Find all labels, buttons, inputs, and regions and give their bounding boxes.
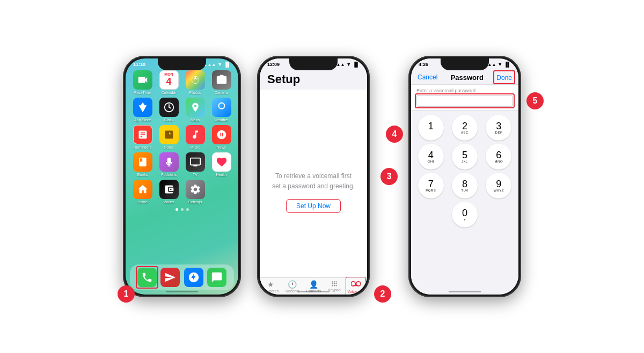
key-9[interactable]: 9 WXYZ [486,173,511,198]
password-input-area: Enter a voicemail password [411,85,518,111]
svg-rect-13 [353,285,358,286]
app-icon-settings [186,180,205,199]
home-indicator-2 [297,291,330,292]
app-reminders[interactable]: Reminders [131,125,154,149]
step-badge-2: 2 [374,285,391,303]
setup-content: To retrieve a voicemail first set a pass… [260,90,367,295]
app-label-facetime: FaceTime [134,91,151,94]
key-5[interactable]: 5 JKL [452,144,478,170]
dock-icon-safari[interactable] [184,268,203,287]
key-6[interactable]: 6 MNO [486,144,511,170]
key-sub-6: MNO [495,160,503,163]
app-label-camera: Camera [215,91,228,94]
app-photos[interactable]: Photos [184,70,207,94]
password-hint: Enter a voicemail password [416,88,513,93]
dock-phone[interactable] [137,268,157,287]
tab-label-favorites: Favorites [263,289,279,293]
app-music[interactable]: Music [184,125,207,149]
nav-done[interactable]: Done [496,74,512,82]
tab-favorites[interactable]: ★ Favorites [263,280,279,293]
app-tv[interactable]: TV [184,152,207,176]
key-3[interactable]: 3 DEF [486,115,511,141]
app-podcasts[interactable]: Podcasts [157,152,180,176]
app-icon-camera [212,70,231,90]
app-icon-tv [186,152,205,172]
app-appstore[interactable]: App Store [131,98,154,122]
favorites-icon: ★ [267,280,274,289]
notch-1 [158,58,206,70]
app-icon-calendar: MON 4 [159,70,179,90]
tab-label-voicemail: Voicemail [348,290,364,293]
key-8[interactable]: 8 TUV [452,173,478,198]
key-sub-0: + [464,218,466,221]
app-news[interactable]: News [210,125,233,149]
svg-point-8 [332,285,333,286]
app-settings[interactable]: Settings [184,180,207,204]
battery-icon-3: ▐▌ [504,62,511,67]
tab-voicemail[interactable]: Voicemail [348,280,364,293]
step-badge-1: 1 [118,285,135,303]
key-4[interactable]: 4 GHI [418,144,444,170]
numpad-grid: 1 2 ABC 3 DEF [415,115,514,227]
voicemail-icon [351,280,361,288]
app-label-wallet: Wallet [164,200,174,204]
notch-2 [289,58,338,70]
app-label-settings: Settings [188,200,202,204]
app-camera[interactable]: Camera [210,70,233,94]
phone-3-wrapper: 4:26 ▲▲▲ ▼ ▐▌ Cancel Password Done [408,56,521,297]
app-label-calendar: Calendar [161,91,176,94]
nav-title: Password [451,73,484,82]
app-icon-podcasts [159,152,179,172]
step-badge-3: 3 [380,168,398,185]
app-icon-books [133,152,152,172]
key-num-6: 6 [496,150,501,160]
password-field-wrap [416,95,513,107]
key-num-4: 4 [428,150,434,160]
key-1[interactable]: 1 [418,115,444,141]
app-health[interactable]: Health [210,152,233,176]
nav-cancel[interactable]: Cancel [418,73,437,81]
dock-icon-spark[interactable] [160,268,180,287]
dot-1 [175,208,178,211]
app-maps[interactable]: Maps [184,98,207,122]
svg-point-9 [334,285,335,286]
key-0[interactable]: 0 + [452,202,478,227]
phone-2-frame: 12:09 ▲▲▲ ▼ ▐▌ Setup To retrieve a voice… [257,56,370,297]
app-label-tv: TV [193,173,197,176]
app-label-photos: Photos [189,91,201,94]
phone-2-wrapper: 2 12:09 ▲▲▲ ▼ ▐▌ Setup [257,56,370,297]
page-dots [126,208,238,211]
key-7[interactable]: 7 PQRS [418,173,444,198]
app-clock[interactable]: Clock [157,98,180,122]
key-num-5: 5 [462,150,467,160]
password-nav: Cancel Password Done [411,68,518,85]
dot-3 [186,208,189,211]
voicemail-icon-wrap [351,280,361,288]
app-weather[interactable]: Weather [210,98,233,122]
app-wallet[interactable]: Wallet [157,180,180,204]
svg-point-4 [335,281,336,282]
contacts-icon: 👤 [309,280,318,289]
app-home[interactable]: Home [131,180,154,204]
key-2[interactable]: 2 ABC [452,115,478,141]
app-facetime[interactable]: FaceTime [131,70,154,94]
app-icon-wallet [159,180,179,199]
password-input-field[interactable] [416,95,513,107]
app-calendar[interactable]: MON 4 Calendar [157,70,180,94]
app-label-music: Music [190,145,200,149]
key-empty-right [486,202,511,227]
key-sub-4: GHI [428,160,434,163]
wifi-icon-2: ▼ [346,62,351,67]
app-notes[interactable]: Notes [157,125,180,149]
key-num-9: 9 [496,179,501,189]
phone-1-wrapper: 1 11:10 ▲▲▲ ▼ ▐▌ [123,56,241,297]
setup-button[interactable]: Set Up Now [286,199,341,213]
phone-3-frame: 4:26 ▲▲▲ ▼ ▐▌ Cancel Password Done [408,56,521,297]
keypad-icon [331,280,338,288]
app-icon-clock [159,98,179,117]
phone-3-display: 4:26 ▲▲▲ ▼ ▐▌ Cancel Password Done [411,58,518,295]
app-books[interactable]: Books [131,152,154,176]
setup-text: To retrieve a voicemail first set a pass… [270,171,356,192]
dock-icon-messages[interactable] [207,268,226,287]
tab-keypad[interactable]: Keypad [328,280,341,293]
